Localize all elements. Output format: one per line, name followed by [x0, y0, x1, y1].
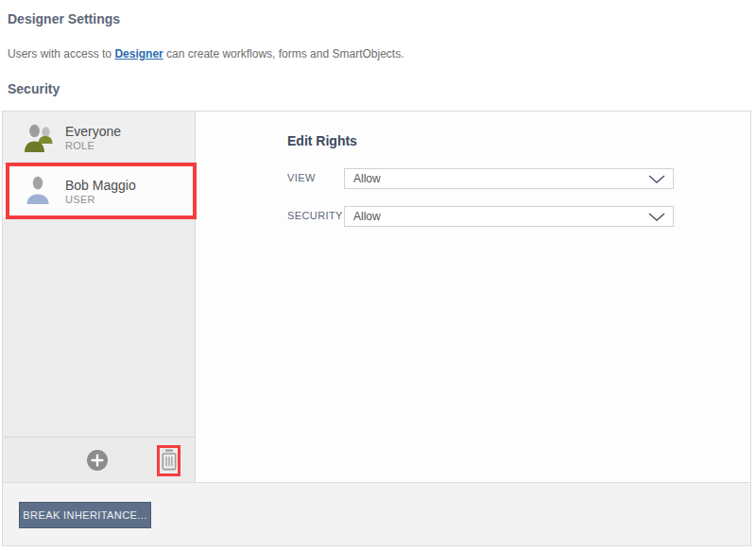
item-type: ROLE [65, 140, 121, 151]
page-title: Designer Settings [8, 11, 120, 26]
add-user-button[interactable] [87, 450, 108, 471]
trash-icon [162, 449, 177, 474]
chevron-down-icon [648, 175, 665, 183]
edit-rights-panel: Edit Rights VIEW Allow SECURITY Allow [196, 112, 750, 482]
security-label: SECURITY [287, 210, 343, 221]
view-label: VIEW [287, 172, 316, 183]
page-description: Users with access to Designer can create… [8, 47, 404, 60]
inheritance-footer: BREAK INHERITANCE... [3, 482, 750, 545]
principal-list: Everyone ROLE Bob Maggio USER [3, 112, 196, 482]
view-select-value: Allow [353, 172, 648, 185]
delete-user-button[interactable] [162, 449, 177, 474]
item-text-bob-maggio: Bob Maggio USER [65, 178, 136, 205]
edit-rights-title: Edit Rights [287, 133, 357, 148]
description-suffix: can create workflows, forms and SmartObj… [163, 47, 404, 60]
annotation-highlight-delete [157, 445, 180, 476]
security-panels: Everyone ROLE Bob Maggio USER [3, 112, 750, 482]
role-group-icon [23, 122, 55, 154]
designer-settings-page: Designer Settings Users with access to D… [0, 0, 756, 551]
security-container: Everyone ROLE Bob Maggio USER [2, 111, 751, 546]
description-prefix: Users with access to [8, 47, 114, 60]
list-item-everyone[interactable]: Everyone ROLE [3, 112, 195, 164]
list-item-bob-maggio[interactable]: Bob Maggio USER [3, 164, 195, 217]
security-select-value: Allow [353, 210, 648, 223]
item-text-everyone: Everyone ROLE [65, 124, 121, 151]
security-heading: Security [8, 81, 60, 96]
user-icon [23, 175, 55, 207]
item-name: Everyone [65, 124, 121, 140]
view-select[interactable]: Allow [344, 168, 674, 189]
security-select[interactable]: Allow [344, 206, 674, 227]
item-name: Bob Maggio [65, 178, 136, 194]
plus-circle-icon [87, 459, 108, 474]
designer-link[interactable]: Designer [114, 47, 163, 60]
break-inheritance-button[interactable]: BREAK INHERITANCE... [19, 502, 151, 528]
chevron-down-icon [648, 213, 665, 221]
item-type: USER [65, 194, 136, 205]
list-toolbar [3, 437, 195, 482]
